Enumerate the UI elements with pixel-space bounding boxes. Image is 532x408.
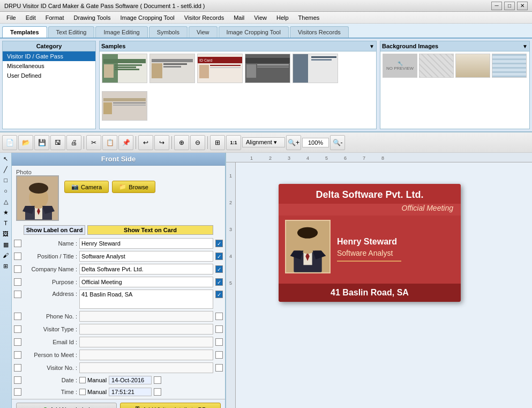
field-input-address[interactable]: 41 Baslin Road, SA — [79, 290, 213, 309]
paint-tool[interactable]: 🖌 — [1, 250, 11, 260]
menu-edit[interactable]: Edit — [21, 13, 40, 22]
paste-btn[interactable]: 📌 — [118, 135, 133, 150]
camera-btn[interactable]: 📷 Camera — [64, 181, 109, 193]
field-check-address[interactable] — [14, 291, 21, 298]
field-check-phone[interactable] — [14, 313, 21, 320]
menu-mail[interactable]: Mail — [229, 13, 249, 22]
triangle-tool[interactable]: △ — [1, 197, 11, 206]
field-check-person-meet[interactable] — [14, 351, 21, 359]
field-input-name[interactable] — [79, 238, 213, 249]
field-check-company[interactable] — [14, 265, 21, 273]
print-btn[interactable]: 🖨 — [66, 135, 81, 150]
field-right-check-company[interactable]: ✓ — [215, 265, 223, 273]
close-btn[interactable]: ✕ — [517, 2, 528, 10]
menu-visitor-records[interactable]: Visitor Records — [180, 13, 228, 22]
id-card-preview[interactable]: Delta Software Pvt. Ltd. Official Meetin… — [279, 184, 461, 302]
field-input-company[interactable] — [79, 264, 213, 275]
undo-btn[interactable]: ↩ — [138, 135, 153, 150]
field-right-check-person-meet[interactable] — [215, 351, 223, 359]
tab-text-editing[interactable]: Text Editing — [48, 26, 95, 38]
field-input-person-meet[interactable] — [79, 350, 213, 360]
date-manual-check[interactable]: Manual — [79, 377, 107, 383]
field-check-time[interactable] — [14, 388, 21, 396]
redo-btn[interactable]: ↪ — [154, 135, 169, 150]
11-btn[interactable]: 1:1 — [226, 135, 241, 150]
field-check-email[interactable] — [14, 338, 21, 346]
star-tool[interactable]: ★ — [1, 207, 11, 217]
field-input-visitor-type[interactable] — [79, 324, 213, 335]
manual-checkbox-time[interactable] — [79, 389, 86, 395]
rect-tool[interactable]: □ — [1, 175, 11, 185]
tab-templates[interactable]: Templates — [2, 26, 47, 38]
field-check-name[interactable] — [14, 240, 21, 247]
time-value[interactable]: 17:51:21 — [109, 388, 152, 396]
new-btn[interactable]: 📄 — [2, 135, 17, 150]
menu-image-cropping[interactable]: Image Cropping Tool — [116, 13, 178, 22]
field-right-check-visitor-type[interactable] — [215, 325, 223, 333]
copy-btn[interactable]: 📋 — [102, 135, 117, 150]
menu-file[interactable]: File — [2, 13, 20, 22]
bg-thumb-3[interactable] — [492, 54, 527, 78]
grid-btn[interactable]: ⊞ — [210, 135, 225, 150]
save-btn[interactable]: 💾 — [34, 135, 49, 150]
field-right-check-visitor-no[interactable] — [215, 364, 223, 372]
sample-2[interactable] — [149, 54, 195, 83]
field-right-check-purpose[interactable]: ✓ — [215, 278, 223, 286]
sample-3[interactable]: ID Card — [197, 54, 243, 83]
field-right-check-email[interactable] — [215, 338, 223, 346]
tab-image-cropping-tool[interactable]: Image Cropping Tool — [219, 26, 289, 38]
sample-5[interactable] — [293, 54, 338, 83]
field-input-position[interactable] — [79, 251, 213, 262]
manual-checkbox-date[interactable] — [79, 377, 86, 383]
image-tool[interactable]: 🖼 — [1, 229, 11, 239]
sample-1[interactable] — [102, 54, 147, 83]
add-new-label-btn[interactable]: ⊕ Add New Label — [16, 403, 117, 408]
field-right-check-date[interactable] — [154, 376, 161, 384]
menu-drawing-tools[interactable]: Drawing Tools — [70, 13, 115, 22]
cut-btn[interactable]: ✂ — [86, 135, 101, 150]
category-visitor-id[interactable]: Visitor ID / Gate Pass — [3, 51, 95, 61]
show-text-btn[interactable]: Show Text on Card — [87, 225, 213, 235]
minimize-btn[interactable]: ─ — [491, 2, 502, 10]
pointer-tool[interactable]: ↖ — [1, 154, 11, 164]
bg-no-preview[interactable]: 🔧 NO PREVIEW — [383, 54, 417, 78]
field-right-check-time[interactable] — [154, 388, 161, 396]
field-input-email[interactable] — [79, 337, 213, 347]
zoom-out-icon[interactable]: ⊖ — [190, 135, 205, 150]
circle-tool[interactable]: ○ — [1, 186, 11, 196]
field-right-check-position[interactable]: ✓ — [215, 253, 223, 260]
field-check-date[interactable] — [14, 376, 21, 384]
tab-visitors-records[interactable]: Visitors Records — [290, 26, 349, 38]
samples-dropdown-icon[interactable]: ▼ — [369, 43, 374, 49]
bg-dropdown-icon[interactable]: ▼ — [522, 43, 528, 49]
field-input-phone[interactable] — [79, 311, 213, 322]
field-check-visitor-type[interactable] — [14, 325, 21, 333]
zoom-minus-btn[interactable]: 🔍- — [330, 135, 345, 150]
barcode-tool[interactable]: ▦ — [1, 240, 11, 249]
text-tool[interactable]: T — [1, 218, 11, 228]
grid-tool[interactable]: ⊞ — [1, 261, 11, 271]
field-check-visitor-no[interactable] — [14, 364, 21, 372]
zoom-plus-btn[interactable]: 🔍+ — [286, 135, 301, 150]
alignment-dropdown[interactable]: Alignment ▾ — [242, 137, 285, 147]
bg-thumb-2[interactable] — [455, 54, 490, 78]
maximize-btn[interactable]: □ — [504, 2, 515, 10]
menu-format[interactable]: Format — [41, 13, 69, 22]
open-btn[interactable]: 📂 — [18, 135, 33, 150]
tab-image-editing[interactable]: Image Editing — [95, 26, 147, 38]
menu-view[interactable]: View — [250, 13, 271, 22]
bg-thumb-1[interactable] — [419, 54, 454, 78]
sample-6[interactable] — [102, 91, 147, 121]
save-as-btn[interactable]: 🖫 — [50, 135, 65, 150]
field-input-visitor-no[interactable] — [79, 362, 213, 373]
zoom-level[interactable]: 100% — [302, 138, 329, 147]
menu-help[interactable]: Help — [272, 13, 293, 22]
field-right-check-address[interactable]: ✓ — [215, 291, 223, 298]
field-check-purpose[interactable] — [14, 278, 21, 286]
field-right-check-phone[interactable] — [215, 313, 223, 320]
time-manual-check[interactable]: Manual — [79, 389, 107, 395]
line-tool[interactable]: ╱ — [1, 165, 11, 174]
tab-symbols[interactable]: Symbols — [149, 26, 188, 38]
sample-4[interactable] — [245, 54, 290, 83]
category-miscellaneous[interactable]: Miscellaneous — [3, 61, 95, 71]
